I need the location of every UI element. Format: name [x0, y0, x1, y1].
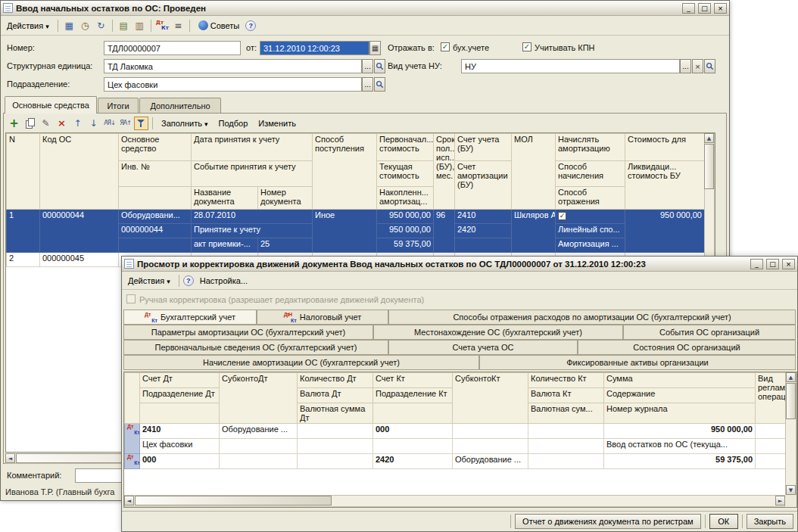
cell-debit-department[interactable]: Цех фасовки: [140, 439, 220, 454]
tab-initial-asset-info[interactable]: Первоначальные сведения ОС (бухгалтерски…: [123, 340, 388, 355]
report-movements-button[interactable]: Отчет о движениях документа по регистрам: [515, 514, 701, 529]
set-time-icon[interactable]: [78, 19, 92, 33]
cell-content[interactable]: Ввод остатков по ОС (текуща...: [604, 439, 756, 454]
maximize-button[interactable]: □: [698, 3, 711, 14]
table-row[interactable]: 2410 Оборудование ... 000 950 000,00: [125, 424, 786, 439]
tab-additional[interactable]: Дополнительно: [139, 98, 221, 114]
table-row[interactable]: 1 000000044 Оборудовани... 28.07.2010 Ин…: [7, 210, 705, 224]
structural-unit-select-button[interactable]: [362, 59, 373, 73]
cell-credit-account[interactable]: 2420: [373, 454, 453, 469]
cell-debit-account[interactable]: 000: [140, 454, 220, 469]
related-documents-icon[interactable]: [171, 19, 185, 33]
table-row[interactable]: 000 2420 Оборудование ... 59 375,00: [125, 454, 786, 469]
cell[interactable]: [455, 238, 512, 253]
reread-icon[interactable]: [94, 19, 108, 33]
delete-row-icon[interactable]: [55, 117, 69, 130]
copy-row-icon[interactable]: [23, 117, 37, 130]
settings-button[interactable]: Настройка...: [195, 274, 252, 288]
cell[interactable]: [298, 439, 373, 454]
cell-accept-date[interactable]: 28.07.2010: [192, 210, 313, 224]
cell-code[interactable]: 000000045: [40, 253, 119, 267]
tab-depreciation-parameters[interactable]: Параметры амортизации ОС (бухгалтерский …: [123, 325, 373, 340]
cell-sum[interactable]: 950 000,00: [604, 424, 756, 439]
move-up-icon[interactable]: [70, 117, 85, 130]
cell[interactable]: [298, 424, 373, 439]
cell-current-cost[interactable]: 950 000,00: [377, 224, 434, 238]
scroll-up-button[interactable]: [704, 133, 714, 143]
cell-doc-number[interactable]: 25: [258, 238, 313, 253]
cell[interactable]: [220, 454, 298, 469]
cell-cost-for[interactable]: 950 000,00: [625, 210, 705, 253]
maximize-button[interactable]: □: [766, 259, 779, 269]
close-button[interactable]: ×: [714, 3, 727, 14]
calendar-button[interactable]: [369, 41, 381, 55]
table-row[interactable]: Цех фасовки Ввод остатков по ОС (текуща.…: [125, 439, 786, 454]
cell[interactable]: [373, 439, 453, 454]
cell[interactable]: [119, 238, 192, 253]
kpn-checkbox[interactable]: [522, 42, 531, 51]
actions-menu-button[interactable]: Действия: [2, 19, 54, 33]
accounting-checkbox-label[interactable]: бух.учете: [453, 43, 489, 52]
cell[interactable]: [220, 439, 298, 454]
cell-inv[interactable]: 000000044: [119, 224, 192, 238]
cell-accum-depr[interactable]: 59 375,00: [377, 238, 434, 253]
kpn-checkbox-label[interactable]: Учитывать КПН: [535, 43, 595, 52]
department-select-button[interactable]: [362, 77, 373, 92]
scroll-down-button[interactable]: [786, 485, 796, 495]
minimize-button[interactable]: _: [750, 259, 763, 269]
dtkt-movements-icon[interactable]: [155, 19, 170, 33]
dialog-actions-menu-button[interactable]: Действия: [123, 274, 175, 288]
move-down-icon[interactable]: [86, 117, 101, 130]
cell-credit-subconto[interactable]: Оборудование ...: [453, 454, 528, 469]
cell-charge-method[interactable]: Линейный спо...: [556, 224, 625, 238]
tab-depreciation-reflection-methods[interactable]: Способы отражения расходов по амортизаци…: [388, 310, 796, 325]
filter-settings-icon[interactable]: [134, 117, 148, 130]
scroll-up-button[interactable]: [786, 372, 796, 382]
minimize-button[interactable]: _: [682, 3, 695, 14]
cell-doc-name[interactable]: акт приемки-...: [192, 238, 258, 253]
tab-tax-accounting[interactable]: Налоговый учет: [257, 310, 388, 325]
close-button[interactable]: ×: [782, 259, 795, 269]
accounting-kind-open-button[interactable]: [704, 59, 715, 73]
cell[interactable]: [298, 454, 373, 469]
help-icon[interactable]: [183, 275, 194, 286]
tab-depreciation-charge[interactable]: Начисление амортизации ОС (бухгалтерский…: [123, 355, 479, 370]
cell[interactable]: [756, 439, 786, 454]
tab-asset-events[interactable]: События ОС организаций: [623, 325, 796, 340]
cell[interactable]: [756, 454, 786, 469]
tab-totals[interactable]: Итоги: [98, 98, 139, 114]
sort-ascending-icon[interactable]: [102, 117, 117, 130]
cell[interactable]: [528, 454, 604, 469]
cell-n[interactable]: 2: [7, 253, 40, 267]
cell[interactable]: [528, 424, 604, 439]
tab-accounting[interactable]: Бухгалтерский учет: [123, 310, 257, 325]
journal-icon[interactable]: [132, 19, 147, 33]
post-document-icon[interactable]: [62, 19, 76, 33]
ok-button[interactable]: ОК: [709, 514, 738, 529]
pick-button[interactable]: Подбор: [214, 117, 253, 130]
cell[interactable]: [453, 424, 528, 439]
charge-depreciation-checkbox[interactable]: [558, 212, 566, 220]
cell-reflect-method[interactable]: Амортизация ...: [556, 238, 625, 253]
accounting-kind-input[interactable]: НУ: [461, 59, 680, 73]
cell-debit-account[interactable]: 2410: [140, 424, 220, 439]
scroll-left-button[interactable]: [5, 453, 15, 463]
help-icon[interactable]: [245, 20, 256, 31]
structural-unit-input[interactable]: ТД Лакомка: [104, 59, 362, 73]
cell-mol[interactable]: Шкляров Андрей Лукич: [512, 210, 556, 253]
cell-useful-life[interactable]: 96: [434, 210, 455, 253]
vertical-scrollbar[interactable]: [785, 372, 796, 495]
scrollbar-thumb[interactable]: [704, 144, 714, 189]
scrollbar-thumb[interactable]: [786, 383, 796, 419]
close-dialog-button[interactable]: Закрыть: [747, 514, 793, 529]
cell-debit-subconto[interactable]: Оборудование ...: [220, 424, 298, 439]
row-marker-cell[interactable]: [125, 424, 140, 454]
number-input[interactable]: ТДЛ00000007: [104, 41, 241, 55]
cell-credit-account[interactable]: 000: [373, 424, 453, 439]
dialog-titlebar[interactable]: Просмотр и корректировка движений докуме…: [122, 257, 797, 272]
accounting-kind-select-button[interactable]: [680, 59, 691, 73]
cell-sum[interactable]: 59 375,00: [604, 454, 756, 469]
tab-fixed-assets-org[interactable]: Фиксированные активы организации: [479, 355, 796, 370]
cell-initial-cost[interactable]: 950 000,00: [377, 210, 434, 224]
horizontal-scrollbar[interactable]: [124, 495, 785, 507]
